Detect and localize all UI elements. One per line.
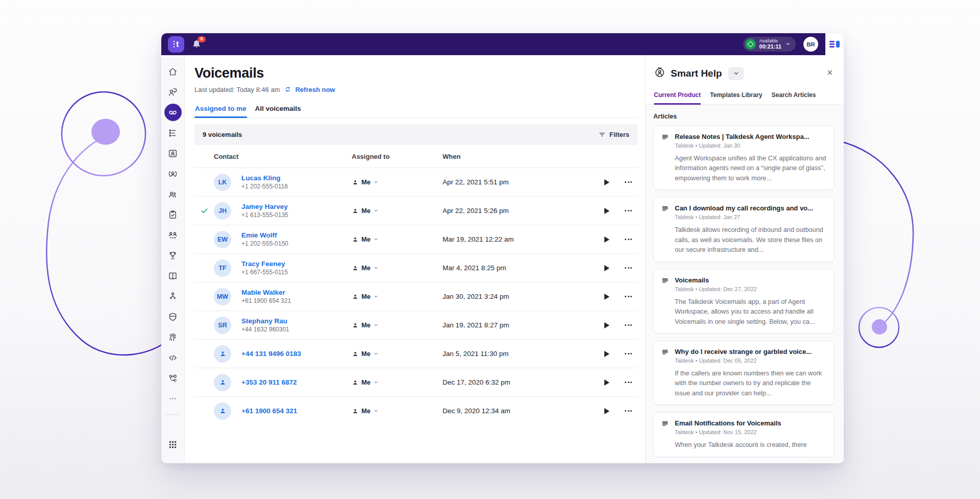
- assigned-to-dropdown[interactable]: Me: [352, 378, 443, 386]
- sidebar-item[interactable]: [164, 328, 182, 346]
- play-button[interactable]: [595, 408, 619, 414]
- article-card[interactable]: Can I download my call recordings and vo…: [653, 197, 835, 262]
- help-tab[interactable]: Search Articles: [772, 91, 816, 104]
- panel-toggle-glyph: [829, 41, 840, 48]
- voicemails-page: Voicemails Last updated: Today 8:46 am R…: [185, 55, 645, 463]
- article-card[interactable]: Voicemails Taldesk • Updated: Dec 27, 20…: [653, 269, 835, 334]
- smart-help-tabs: Current Product Templates Library Search…: [646, 87, 844, 105]
- play-button[interactable]: [595, 208, 619, 214]
- voicemail-date: Dec 17, 2020 6:32 pm: [443, 378, 595, 386]
- play-button[interactable]: [595, 179, 619, 185]
- sidebar-item[interactable]: [164, 206, 182, 223]
- contact-name-link[interactable]: Mable Walker: [241, 289, 352, 296]
- table-row: TF Tracy Feeney +1 667-555-0115 Me M: [194, 253, 638, 282]
- sidebar-item[interactable]: [164, 165, 182, 182]
- talkdesk-logo[interactable]: t: [168, 36, 184, 53]
- filters-button[interactable]: Filters: [598, 131, 629, 138]
- user-avatar[interactable]: BR: [803, 37, 818, 52]
- smart-help-panel: Smart Help Current Product Templates Lib…: [645, 55, 844, 463]
- more-options-button[interactable]: [619, 321, 638, 329]
- assigned-to-dropdown[interactable]: Me: [352, 293, 443, 300]
- sidebar-item[interactable]: [164, 349, 182, 366]
- sidebar-item[interactable]: [164, 308, 182, 325]
- sidebar-item[interactable]: [164, 369, 182, 387]
- assigned-to-dropdown[interactable]: Me: [352, 207, 443, 215]
- more-options-button[interactable]: [619, 235, 638, 243]
- assigned-to-dropdown[interactable]: Me: [352, 321, 443, 329]
- available-status-icon: [745, 39, 756, 50]
- assigned-to-dropdown[interactable]: Me: [352, 407, 443, 415]
- more-options-button[interactable]: [619, 350, 638, 358]
- play-button[interactable]: [595, 351, 619, 357]
- help-tab[interactable]: Current Product: [654, 91, 701, 104]
- article-title: Voicemails: [675, 276, 827, 284]
- sidebar-item[interactable]: [164, 247, 182, 264]
- play-button[interactable]: [595, 322, 619, 328]
- chevron-down-icon: [785, 40, 791, 49]
- voicemail-count: 9 voicemails: [203, 131, 242, 138]
- sidebar-item[interactable]: [164, 145, 182, 162]
- help-tab[interactable]: Templates Library: [710, 91, 762, 104]
- contact-name-link[interactable]: Lucas Kling: [241, 174, 352, 182]
- play-button[interactable]: [595, 294, 619, 300]
- play-button[interactable]: [595, 379, 619, 386]
- more-options-button[interactable]: [619, 178, 638, 186]
- article-snippet: Talkdesk allows recording of inbound and…: [675, 225, 827, 254]
- assigned-to-dropdown[interactable]: Me: [352, 350, 443, 358]
- sidebar-item[interactable]: [164, 185, 182, 203]
- article-card[interactable]: Why do I receive strange or garbled voic…: [653, 341, 835, 405]
- smart-help-dropdown-button[interactable]: [728, 67, 744, 80]
- more-options-button[interactable]: [619, 293, 638, 300]
- sidebar-item[interactable]: [164, 83, 182, 101]
- knowledge-book-icon: [167, 271, 178, 281]
- sidebar-item[interactable]: [164, 390, 182, 407]
- refresh-icon: [284, 86, 292, 93]
- person-icon: [352, 293, 359, 300]
- assigned-to-dropdown[interactable]: Me: [352, 235, 443, 243]
- contact-name-link[interactable]: Tracy Feeney: [241, 260, 352, 268]
- contact-name-link[interactable]: +353 20 911 6872: [241, 378, 352, 386]
- article-snippet: When your Talkdesk account is created, t…: [675, 440, 807, 449]
- voicemails-tab[interactable]: All voicemails: [255, 105, 302, 117]
- assigned-to-dropdown[interactable]: Me: [352, 264, 443, 272]
- sidebar-item[interactable]: [164, 124, 182, 141]
- contact-name-link[interactable]: +61 1900 654 321: [241, 407, 352, 415]
- article-meta: Taldesk • Updated: Jan 27: [675, 214, 827, 220]
- article-card[interactable]: Email Notifications for Voicemails Talde…: [653, 412, 835, 457]
- contact-name-link[interactable]: Emie Wolff: [241, 231, 352, 239]
- person-icon: [352, 379, 359, 386]
- more-options-button[interactable]: [619, 264, 638, 272]
- voicemails-tab[interactable]: Assigned to me: [194, 105, 247, 117]
- play-button[interactable]: [595, 236, 619, 243]
- contact-avatar-person-icon: [214, 345, 231, 363]
- play-button[interactable]: [595, 265, 619, 271]
- voicemails-table: LK Lucas Kling +1 202-555-0116 Me Ap: [194, 168, 638, 425]
- sidebar-item[interactable]: [164, 63, 182, 80]
- article-card[interactable]: Release Notes | Talkdesk Agent Workspa..…: [653, 126, 835, 190]
- person-icon: [352, 350, 359, 358]
- apps-grid-icon[interactable]: [164, 436, 182, 453]
- presence-status-pill[interactable]: Available 00:21:11: [743, 37, 796, 52]
- refresh-now-link[interactable]: Refresh now: [284, 86, 335, 93]
- panel-toggle-icon[interactable]: [825, 33, 844, 55]
- articles-list[interactable]: Articles Release Notes | Talkdesk Agent …: [646, 105, 844, 463]
- assigned-to-dropdown[interactable]: Me: [352, 178, 443, 186]
- sidebar-item[interactable]: [164, 288, 182, 305]
- close-panel-button[interactable]: [824, 67, 836, 80]
- table-row: +44 131 9496 0183 Me Jan 5, 2021 11:30 p…: [194, 339, 638, 368]
- contact-name-link[interactable]: +44 131 9496 0183: [241, 350, 352, 358]
- notifications-bell-icon[interactable]: 5: [191, 39, 202, 50]
- more-options-button[interactable]: [619, 207, 638, 215]
- smart-help-icon: [654, 66, 666, 80]
- sidebar-item[interactable]: [164, 267, 182, 284]
- more-options-button[interactable]: [619, 407, 638, 415]
- more-options-button[interactable]: [619, 378, 638, 386]
- contact-name-link[interactable]: Stephany Rau: [241, 317, 352, 325]
- article-meta: Taldesk • Updated: Dec 05, 2022: [675, 358, 827, 364]
- contact-name-link[interactable]: Jamey Harvey: [241, 203, 352, 210]
- table-row: SR Stephany Rau +44 1632 960301 Me J: [194, 311, 638, 339]
- app-sidebar: [161, 55, 185, 463]
- sidebar-item[interactable]: [164, 226, 182, 244]
- sidebar-item[interactable]: [164, 104, 182, 121]
- article-snippet: If the callers are known numbers then we…: [675, 368, 827, 398]
